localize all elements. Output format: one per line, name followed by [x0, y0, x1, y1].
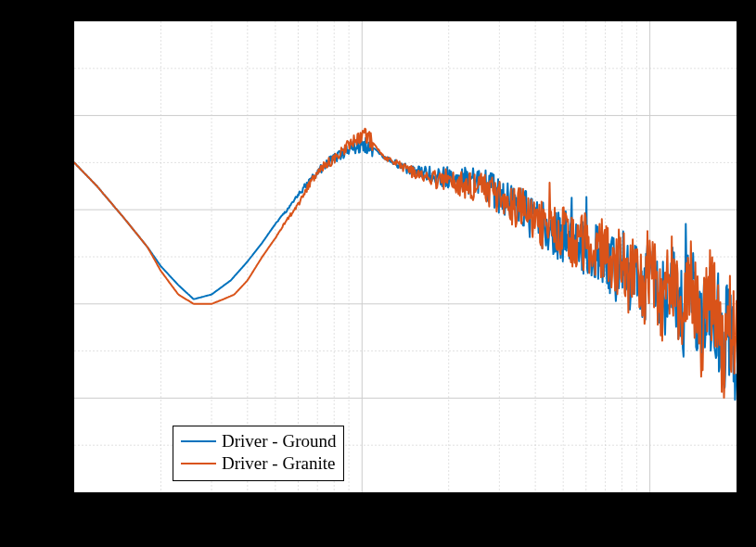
legend-item-ground: Driver - Ground [181, 430, 336, 452]
legend-item-granite: Driver - Granite [181, 452, 336, 475]
chart-plot-area [72, 19, 738, 494]
legend-swatch-ground [181, 440, 216, 442]
legend-swatch-granite [181, 463, 216, 464]
legend-label-granite: Driver - Granite [222, 453, 335, 474]
chart-series-group [74, 129, 737, 401]
legend-label-ground: Driver - Ground [222, 431, 336, 452]
chart-svg [74, 21, 737, 492]
series-line-1 [74, 129, 737, 398]
chart-legend: Driver - Ground Driver - Granite [173, 426, 344, 481]
